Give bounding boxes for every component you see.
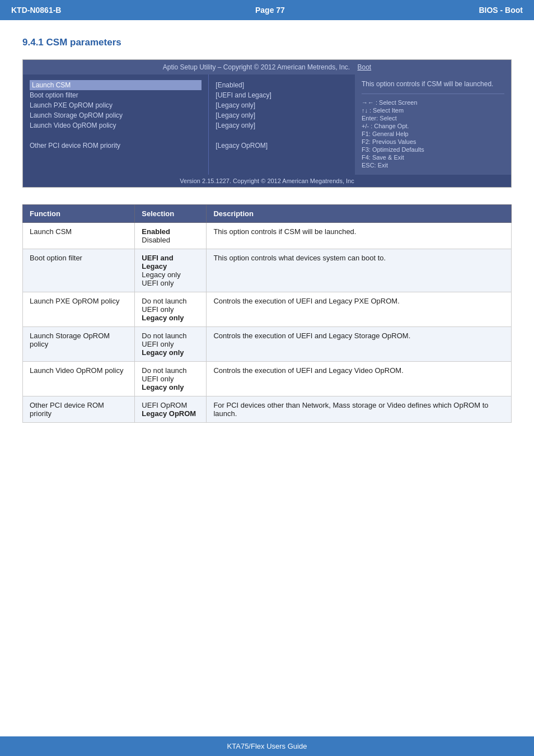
bios-key-f3: F3: Optimized Defaults bbox=[362, 146, 504, 153]
option-rest: Do not launchUEFI only bbox=[142, 297, 186, 314]
header-left: KTD-N0861-B bbox=[11, 6, 61, 15]
cell-function: Launch PXE OpROM policy bbox=[23, 292, 135, 327]
bios-val-1: [Enabled] bbox=[216, 80, 348, 90]
bios-key-select-screen: →← : Select Screen bbox=[362, 99, 504, 106]
cell-selection: Do not launchUEFI only Legacy only bbox=[135, 327, 207, 362]
cell-description: Controls the execution of UEFI and Legac… bbox=[207, 327, 512, 362]
bios-middle-panel: [Enabled] [UEFI and Legacy] [Legacy only… bbox=[208, 74, 355, 175]
bios-body: Launch CSM Boot option filter Launch PXE… bbox=[23, 74, 511, 175]
cell-selection: Enabled Disabled bbox=[135, 223, 207, 249]
table-row: Other PCI device ROM priority UEFI OpROM… bbox=[23, 396, 512, 423]
option-bold: Legacy only bbox=[142, 383, 184, 391]
cell-function: Boot option filter bbox=[23, 249, 135, 292]
option-bold: Legacy only bbox=[142, 348, 184, 357]
cell-function: Launch CSM bbox=[23, 223, 135, 249]
page-footer: KTA75/Flex Users Guide bbox=[0, 736, 534, 756]
bios-key-f4: F4: Save & Exit bbox=[362, 153, 504, 161]
bios-key-select-item: ↑↓ : Select Item bbox=[362, 106, 504, 114]
option-bold: Legacy OpROM bbox=[142, 409, 196, 418]
option-rest: Disabled bbox=[142, 236, 170, 244]
bios-tab[interactable]: Boot bbox=[358, 63, 372, 71]
section-title: 9.4.1 CSM parameters bbox=[22, 37, 512, 48]
option-rest: Do not launchUEFI only bbox=[142, 366, 186, 383]
col-function: Function bbox=[23, 205, 135, 223]
bios-item-spacer bbox=[30, 130, 202, 141]
option-bold: Enabled bbox=[142, 227, 170, 236]
bios-right-description: This option controls if CSM will be laun… bbox=[362, 80, 504, 94]
cell-function: Launch Storage OpROM policy bbox=[23, 327, 135, 362]
bios-screenshot: Aptio Setup Utility – Copyright © 2012 A… bbox=[22, 59, 512, 188]
bios-right-panel: This option controls if CSM will be laun… bbox=[355, 74, 511, 175]
footer-text: KTA75/Flex Users Guide bbox=[227, 742, 307, 750]
cell-description: For PCI devices other than Network, Mass… bbox=[207, 396, 512, 423]
bios-item-launch-video[interactable]: Launch Video OpROM policy bbox=[30, 120, 202, 130]
cell-selection: UEFI OpROM Legacy OpROM bbox=[135, 396, 207, 423]
option-rest: Do not launchUEFI only bbox=[142, 332, 186, 348]
bios-val-3: [Legacy only] bbox=[216, 100, 348, 110]
bios-key-f1: F1: General Help bbox=[362, 130, 504, 138]
option-bold: Legacy only bbox=[142, 314, 184, 322]
col-description: Description bbox=[207, 205, 512, 223]
bios-item-launch-csm[interactable]: Launch CSM bbox=[30, 80, 202, 90]
option-rest: UEFI OpROM bbox=[142, 401, 187, 409]
header-center: Page 77 bbox=[255, 6, 285, 15]
bios-key-change: +/- : Change Opt. bbox=[362, 122, 504, 130]
option-bold: UEFI and Legacy bbox=[142, 254, 173, 270]
bios-key-f2: F2: Previous Values bbox=[362, 138, 504, 146]
table-row: Launch CSM Enabled Disabled This option … bbox=[23, 223, 512, 249]
bios-left-panel: Launch CSM Boot option filter Launch PXE… bbox=[23, 74, 208, 175]
bios-val-4: [Legacy only] bbox=[216, 110, 348, 120]
bios-item-launch-storage[interactable]: Launch Storage OpROM policy bbox=[30, 110, 202, 120]
bios-item-other-pci[interactable]: Other PCI device ROM priority bbox=[30, 141, 202, 151]
cell-description: Controls the execution of UEFI and Legac… bbox=[207, 362, 512, 396]
bios-key-help: →← : Select Screen ↑↓ : Select Item Ente… bbox=[362, 94, 504, 169]
param-table: Function Selection Description Launch CS… bbox=[22, 204, 512, 423]
bios-val-5: [Legacy only] bbox=[216, 120, 348, 130]
bios-key-esc: ESC: Exit bbox=[362, 161, 504, 169]
bios-header-bar: Aptio Setup Utility – Copyright © 2012 A… bbox=[23, 60, 511, 74]
cell-selection: UEFI and Legacy Legacy onlyUEFI only bbox=[135, 249, 207, 292]
page-header: KTD-N0861-B Page 77 BIOS - Boot bbox=[0, 0, 534, 20]
bios-footer-text: Version 2.15.1227. Copyright © 2012 Amer… bbox=[180, 178, 354, 184]
table-row: Boot option filter UEFI and Legacy Legac… bbox=[23, 249, 512, 292]
cell-description: This option controls what devices system… bbox=[207, 249, 512, 292]
bios-header-text: Aptio Setup Utility – Copyright © 2012 A… bbox=[163, 63, 350, 71]
bios-item-launch-pxe[interactable]: Launch PXE OpROM policy bbox=[30, 100, 202, 110]
cell-function: Launch Video OpROM policy bbox=[23, 362, 135, 396]
table-row: Launch Storage OpROM policy Do not launc… bbox=[23, 327, 512, 362]
header-right: BIOS - Boot bbox=[479, 6, 523, 15]
bios-val-spacer bbox=[216, 130, 348, 141]
table-row: Launch PXE OpROM policy Do not launchUEF… bbox=[23, 292, 512, 327]
table-row: Launch Video OpROM policy Do not launchU… bbox=[23, 362, 512, 396]
bios-item-boot-option-filter[interactable]: Boot option filter bbox=[30, 90, 202, 100]
bios-val-2: [UEFI and Legacy] bbox=[216, 90, 348, 100]
bios-val-6: [Legacy OpROM] bbox=[216, 141, 348, 151]
bios-key-enter: Enter: Select bbox=[362, 114, 504, 122]
cell-description: Controls the execution of UEFI and Legac… bbox=[207, 292, 512, 327]
cell-selection: Do not launchUEFI only Legacy only bbox=[135, 292, 207, 327]
main-content: 9.4.1 CSM parameters Aptio Setup Utility… bbox=[0, 20, 534, 434]
cell-function: Other PCI device ROM priority bbox=[23, 396, 135, 423]
option-rest: Legacy onlyUEFI only bbox=[142, 270, 180, 287]
bios-footer-bar: Version 2.15.1227. Copyright © 2012 Amer… bbox=[23, 175, 511, 187]
cell-description: This option controls if CSM will be laun… bbox=[207, 223, 512, 249]
cell-selection: Do not launchUEFI only Legacy only bbox=[135, 362, 207, 396]
col-selection: Selection bbox=[135, 205, 207, 223]
